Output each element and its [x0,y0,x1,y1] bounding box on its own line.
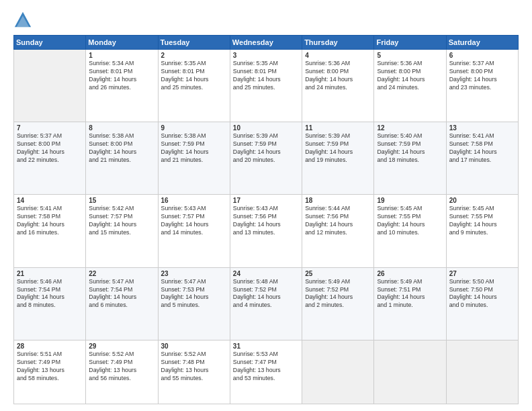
day-number: 17 [233,197,299,204]
calendar-cell: 23Sunrise: 5:47 AM Sunset: 7:53 PM Dayli… [158,267,230,340]
calendar-day-header: Monday [86,36,158,50]
calendar-cell: 22Sunrise: 5:47 AM Sunset: 7:54 PM Dayli… [86,267,158,340]
day-number: 11 [305,124,371,132]
day-number: 7 [17,124,83,132]
cell-info: Sunrise: 5:48 AM Sunset: 7:52 PM Dayligh… [233,278,299,310]
cell-info: Sunrise: 5:35 AM Sunset: 8:01 PM Dayligh… [161,60,227,92]
day-number: 27 [449,270,515,277]
cell-info: Sunrise: 5:36 AM Sunset: 8:00 PM Dayligh… [377,60,443,92]
cell-info: Sunrise: 5:39 AM Sunset: 7:59 PM Dayligh… [305,132,371,165]
calendar-cell: 27Sunrise: 5:50 AM Sunset: 7:50 PM Dayli… [446,267,518,340]
day-number: 16 [161,197,227,204]
calendar-day-header: Saturday [446,36,518,50]
calendar-cell: 28Sunrise: 5:51 AM Sunset: 7:49 PM Dayli… [14,340,86,404]
day-number: 15 [89,197,154,204]
day-number: 13 [449,124,515,132]
calendar-cell: 20Sunrise: 5:45 AM Sunset: 7:55 PM Dayli… [446,195,518,267]
cell-info: Sunrise: 5:52 AM Sunset: 7:49 PM Dayligh… [89,351,154,383]
calendar-cell: 8Sunrise: 5:38 AM Sunset: 8:00 PM Daylig… [86,122,158,195]
cell-info: Sunrise: 5:45 AM Sunset: 7:55 PM Dayligh… [377,205,443,237]
cell-info: Sunrise: 5:37 AM Sunset: 8:00 PM Dayligh… [449,60,515,92]
calendar-cell: 10Sunrise: 5:39 AM Sunset: 7:59 PM Dayli… [230,122,302,195]
calendar-cell: 4Sunrise: 5:36 AM Sunset: 8:00 PM Daylig… [302,50,374,122]
cell-info: Sunrise: 5:49 AM Sunset: 7:51 PM Dayligh… [377,278,443,310]
day-number: 1 [89,52,154,59]
day-number: 14 [17,197,83,204]
day-number: 25 [305,270,371,277]
cell-info: Sunrise: 5:46 AM Sunset: 7:54 PM Dayligh… [17,278,83,310]
calendar-cell: 15Sunrise: 5:42 AM Sunset: 7:57 PM Dayli… [86,195,158,267]
calendar-day-header: Wednesday [230,36,302,50]
day-number: 30 [161,342,227,350]
calendar-cell: 16Sunrise: 5:43 AM Sunset: 7:57 PM Dayli… [158,195,230,267]
cell-info: Sunrise: 5:52 AM Sunset: 7:48 PM Dayligh… [161,351,227,383]
header [13,11,519,30]
calendar-week-row: 7Sunrise: 5:37 AM Sunset: 8:00 PM Daylig… [14,122,519,195]
cell-info: Sunrise: 5:40 AM Sunset: 7:59 PM Dayligh… [377,132,443,165]
day-number: 22 [89,270,154,277]
calendar-cell: 12Sunrise: 5:40 AM Sunset: 7:59 PM Dayli… [374,122,446,195]
calendar-cell: 11Sunrise: 5:39 AM Sunset: 7:59 PM Dayli… [302,122,374,195]
calendar-cell: 19Sunrise: 5:45 AM Sunset: 7:55 PM Dayli… [374,195,446,267]
logo-icon [13,11,32,30]
calendar-cell [302,340,374,404]
calendar-cell: 6Sunrise: 5:37 AM Sunset: 8:00 PM Daylig… [446,50,518,122]
calendar-week-row: 21Sunrise: 5:46 AM Sunset: 7:54 PM Dayli… [14,267,519,340]
day-number: 2 [161,52,227,59]
calendar-cell: 29Sunrise: 5:52 AM Sunset: 7:49 PM Dayli… [86,340,158,404]
calendar-cell: 30Sunrise: 5:52 AM Sunset: 7:48 PM Dayli… [158,340,230,404]
cell-info: Sunrise: 5:47 AM Sunset: 7:54 PM Dayligh… [89,278,154,310]
cell-info: Sunrise: 5:51 AM Sunset: 7:49 PM Dayligh… [17,351,83,383]
cell-info: Sunrise: 5:50 AM Sunset: 7:50 PM Dayligh… [449,278,515,310]
calendar-day-header: Tuesday [158,36,230,50]
cell-info: Sunrise: 5:38 AM Sunset: 7:59 PM Dayligh… [161,132,227,165]
cell-info: Sunrise: 5:34 AM Sunset: 8:01 PM Dayligh… [89,60,154,92]
calendar-cell: 26Sunrise: 5:49 AM Sunset: 7:51 PM Dayli… [374,267,446,340]
cell-info: Sunrise: 5:36 AM Sunset: 8:00 PM Dayligh… [305,60,371,92]
calendar-cell: 17Sunrise: 5:43 AM Sunset: 7:56 PM Dayli… [230,195,302,267]
cell-info: Sunrise: 5:45 AM Sunset: 7:55 PM Dayligh… [449,205,515,237]
day-number: 28 [17,342,83,350]
day-number: 8 [89,124,154,132]
day-number: 12 [377,124,443,132]
cell-info: Sunrise: 5:37 AM Sunset: 8:00 PM Dayligh… [17,132,83,165]
calendar-cell [446,340,518,404]
day-number: 21 [17,270,83,277]
day-number: 4 [305,52,371,59]
day-number: 3 [233,52,299,59]
day-number: 20 [449,197,515,204]
day-number: 26 [377,270,443,277]
calendar-cell: 3Sunrise: 5:35 AM Sunset: 8:01 PM Daylig… [230,50,302,122]
day-number: 19 [377,197,443,204]
calendar-cell: 7Sunrise: 5:37 AM Sunset: 8:00 PM Daylig… [14,122,86,195]
calendar-cell: 1Sunrise: 5:34 AM Sunset: 8:01 PM Daylig… [86,50,158,122]
calendar-cell: 14Sunrise: 5:41 AM Sunset: 7:58 PM Dayli… [14,195,86,267]
cell-info: Sunrise: 5:44 AM Sunset: 7:56 PM Dayligh… [305,205,371,237]
calendar-day-header: Friday [374,36,446,50]
calendar-cell: 21Sunrise: 5:46 AM Sunset: 7:54 PM Dayli… [14,267,86,340]
calendar-week-row: 1Sunrise: 5:34 AM Sunset: 8:01 PM Daylig… [14,50,519,122]
calendar-day-header: Sunday [14,36,86,50]
calendar-week-row: 14Sunrise: 5:41 AM Sunset: 7:58 PM Dayli… [14,195,519,267]
cell-info: Sunrise: 5:43 AM Sunset: 7:57 PM Dayligh… [161,205,227,237]
cell-info: Sunrise: 5:47 AM Sunset: 7:53 PM Dayligh… [161,278,227,310]
cell-info: Sunrise: 5:53 AM Sunset: 7:47 PM Dayligh… [233,351,299,383]
cell-info: Sunrise: 5:38 AM Sunset: 8:00 PM Dayligh… [89,132,154,165]
cell-info: Sunrise: 5:41 AM Sunset: 7:58 PM Dayligh… [17,205,83,237]
calendar-cell: 24Sunrise: 5:48 AM Sunset: 7:52 PM Dayli… [230,267,302,340]
day-number: 23 [161,270,227,277]
calendar-cell: 31Sunrise: 5:53 AM Sunset: 7:47 PM Dayli… [230,340,302,404]
calendar-day-header: Thursday [302,36,374,50]
calendar-cell: 13Sunrise: 5:41 AM Sunset: 7:58 PM Dayli… [446,122,518,195]
day-number: 6 [449,52,515,59]
logo [13,11,35,30]
cell-info: Sunrise: 5:35 AM Sunset: 8:01 PM Dayligh… [233,60,299,92]
cell-info: Sunrise: 5:41 AM Sunset: 7:58 PM Dayligh… [449,132,515,165]
calendar-header-row: SundayMondayTuesdayWednesdayThursdayFrid… [14,36,519,50]
day-number: 31 [233,342,299,350]
calendar-cell: 18Sunrise: 5:44 AM Sunset: 7:56 PM Dayli… [302,195,374,267]
calendar-week-row: 28Sunrise: 5:51 AM Sunset: 7:49 PM Dayli… [14,340,519,404]
day-number: 29 [89,342,154,350]
calendar-cell: 5Sunrise: 5:36 AM Sunset: 8:00 PM Daylig… [374,50,446,122]
day-number: 10 [233,124,299,132]
